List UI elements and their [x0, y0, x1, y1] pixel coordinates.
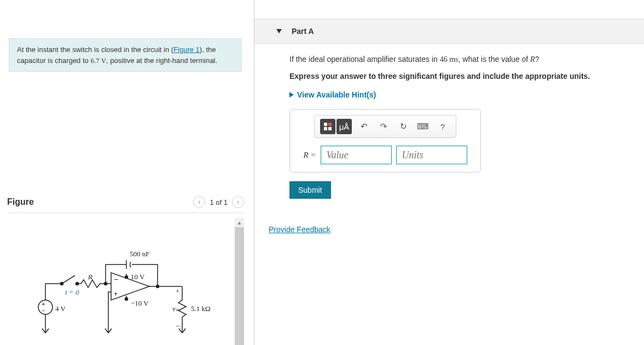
help-button[interactable]: ?: [435, 119, 450, 134]
reset-button[interactable]: ↻: [396, 119, 411, 134]
part-title: Part A: [292, 27, 314, 36]
problem-statement: At the instant the switch is closed in t…: [9, 38, 242, 72]
r-label: R: [88, 273, 92, 281]
answer-instructions: Express your answer to three significant…: [289, 72, 622, 81]
keyboard-button[interactable]: ⌨: [415, 119, 431, 134]
figure-link[interactable]: Figure 1: [173, 45, 200, 54]
answer-box: μÅ ↶ ↷ ↻ ⌨ ? R =: [289, 109, 481, 173]
q-post: , what is the value of: [459, 55, 531, 64]
figure-counter: 1 of 1: [208, 198, 229, 206]
figure-title: Figure: [7, 197, 34, 207]
hints-toggle[interactable]: View Available Hint(s): [289, 90, 622, 99]
collapse-icon: [276, 29, 282, 33]
circuit-svg: − +: [7, 218, 231, 344]
svg-rect-14: [328, 127, 332, 130]
svg-point-8: [125, 298, 128, 301]
q-var: R: [530, 55, 535, 64]
expand-icon: [289, 92, 294, 97]
problem-text-3: , positive at the right-hand terminal.: [106, 56, 217, 65]
svg-text:−: −: [114, 275, 118, 284]
scroll-up-button[interactable]: ▲: [235, 218, 244, 227]
figure-next-button[interactable]: ›: [232, 196, 244, 208]
vo-minus: −: [176, 322, 179, 331]
q-qmark: ?: [535, 55, 539, 64]
figure-header: Figure ‹ 1 of 1 ›: [7, 196, 244, 213]
templates-button[interactable]: [320, 119, 335, 134]
svg-text:+: +: [42, 301, 45, 307]
svg-point-7: [125, 276, 128, 279]
src-label: 4 V: [55, 304, 66, 313]
vo-label: vₒ: [172, 304, 178, 313]
figure-nav: ‹ 1 of 1 ›: [193, 196, 244, 208]
problem-text-1: At the instant the switch is closed in t…: [17, 45, 173, 54]
templates-icon: [323, 122, 333, 131]
svg-text:−: −: [42, 307, 45, 314]
vo-plus: +: [176, 287, 179, 296]
right-pane: Part A If the ideal operational amplifie…: [254, 0, 644, 345]
svg-point-0: [38, 300, 53, 314]
figure-prev-button[interactable]: ‹: [193, 196, 205, 208]
left-pane: At the instant the switch is closed in t…: [0, 0, 254, 345]
svg-point-1: [61, 283, 63, 285]
value-input[interactable]: [321, 146, 392, 164]
units-button[interactable]: μÅ: [336, 119, 352, 134]
figure-scrollbar[interactable]: ▲: [235, 218, 244, 345]
cap-label: 500 nF: [130, 250, 149, 258]
answer-row: R =: [297, 146, 474, 164]
figure-body: − +: [7, 218, 244, 345]
answer-var-label: R =: [303, 151, 316, 160]
vpos-label: 10 V: [131, 273, 144, 281]
redo-button[interactable]: ↷: [376, 119, 391, 134]
hints-label: View Available Hint(s): [297, 90, 376, 99]
question-text: If the ideal operational amplifier satur…: [289, 55, 622, 64]
q-pre: If the ideal operational amplifier satur…: [289, 55, 440, 64]
problem-voltage: 6.7 V: [90, 56, 106, 65]
undo-button[interactable]: ↶: [356, 119, 372, 134]
svg-rect-12: [328, 123, 332, 126]
svg-rect-13: [324, 127, 327, 130]
provide-feedback-link[interactable]: Provide Feedback: [269, 225, 644, 234]
scroll-thumb[interactable]: [235, 227, 244, 345]
part-body: If the ideal operational amplifier satur…: [254, 44, 644, 199]
units-input[interactable]: [396, 146, 467, 164]
svg-text:+: +: [114, 290, 118, 298]
vneg-label: −10 V: [131, 299, 149, 308]
q-time: 46 ms: [440, 55, 459, 64]
circuit-diagram: − +: [7, 218, 235, 345]
part-header[interactable]: Part A: [254, 19, 644, 44]
svg-rect-11: [324, 123, 327, 126]
t-label: t = 0: [65, 288, 79, 297]
load-label: 5.1 kΩ: [191, 304, 211, 313]
submit-button[interactable]: Submit: [289, 181, 331, 199]
answer-toolbar: μÅ ↶ ↷ ↻ ⌨ ?: [314, 115, 456, 138]
